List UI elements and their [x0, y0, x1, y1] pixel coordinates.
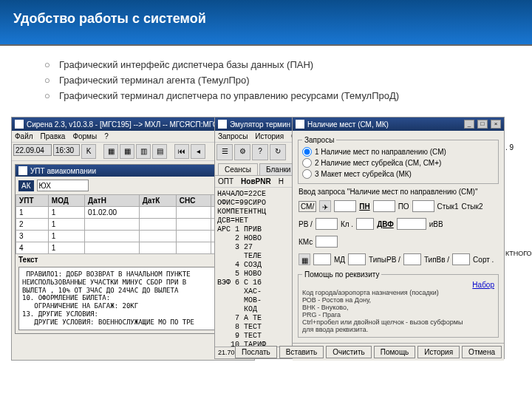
- row-rv: РВ / Кл . ДВФ иВВ: [296, 215, 501, 233]
- bullet-item: Графический интерфейс диспетчера базы да…: [59, 59, 502, 70]
- help-legend: Помощь по реквизиту: [302, 270, 381, 279]
- window-title: Сирена 2.3, v10.3.8 - [МГС195] --> МХЛ -…: [27, 120, 218, 129]
- menu-newpnr[interactable]: НовPNR: [241, 177, 271, 185]
- row-cm: СМ/ ✈ ПН ПО Стык1 Стык2: [296, 197, 501, 215]
- prev-icon[interactable]: ◂: [191, 144, 205, 159]
- col-datn[interactable]: ДатН: [85, 195, 140, 207]
- radio-input[interactable]: [302, 147, 312, 157]
- sort-input[interactable]: [452, 253, 470, 265]
- history-button[interactable]: История: [417, 346, 460, 358]
- kms-label: КМс: [299, 238, 313, 246]
- form-icon: [18, 166, 27, 175]
- tipyrv-input[interactable]: [348, 253, 366, 265]
- menu-history[interactable]: История: [255, 132, 284, 140]
- send-button[interactable]: Послать: [235, 346, 277, 358]
- kl-input[interactable]: [356, 218, 374, 230]
- row-kms: КМс: [296, 233, 501, 250]
- slide-title: Удобство работы с системой: [13, 11, 519, 27]
- rules-textbox[interactable]: ПРАВИЛО1: ДОБР ВОЗВРАТ В НАЧАЛЬНОМ ПУНКТ…: [18, 267, 248, 330]
- toolbar-icon[interactable]: ?: [252, 144, 268, 160]
- status-time: 21.70: [218, 349, 235, 356]
- ak-input[interactable]: [37, 180, 89, 191]
- radio-sm[interactable]: 1 Наличие мест по направлению (СМ): [302, 146, 494, 157]
- toolbar-icon[interactable]: ▥: [136, 144, 151, 159]
- queries-group: Запросы 1 Наличие мест по направлению (С…: [298, 136, 499, 184]
- ivv-label: иВВ: [429, 220, 443, 228]
- menu-file[interactable]: Файл: [15, 132, 33, 140]
- sort-label: Сорт .: [473, 256, 494, 264]
- workspace: Сирена 2.3, v10.3.8 - [МГС195] --> МХЛ -…: [0, 117, 532, 390]
- kms-input[interactable]: [316, 236, 338, 248]
- pn-label: ПН: [359, 202, 369, 211]
- col-sns[interactable]: СНС: [176, 195, 211, 207]
- po-input[interactable]: [373, 200, 395, 212]
- subwindow-title: УПТ авиакомпании: [30, 167, 96, 175]
- md-input[interactable]: [313, 253, 331, 265]
- bg-fragment: . 9: [505, 143, 514, 151]
- nabor-link[interactable]: Набор: [472, 281, 494, 289]
- styk1-input[interactable]: [412, 200, 434, 212]
- toolbar-icon[interactable]: ▤: [152, 144, 167, 159]
- menu-edit[interactable]: Правка: [41, 132, 66, 140]
- close-button[interactable]: ×: [491, 120, 501, 129]
- styk1-label: Стык1: [437, 202, 459, 211]
- window-availability: Наличие мест (СМ, МК) _ □ × Запросы 1 На…: [292, 117, 505, 359]
- first-icon[interactable]: ⏮: [174, 144, 189, 159]
- maximize-button[interactable]: □: [477, 120, 488, 129]
- toolbar-icon[interactable]: ☰: [216, 144, 233, 160]
- plane-icon[interactable]: ✈: [319, 200, 331, 212]
- rv-input[interactable]: [316, 218, 338, 230]
- titlebar-availability[interactable]: Наличие мест (СМ, МК) _ □ ×: [293, 117, 504, 131]
- menu-help[interactable]: ?: [104, 132, 109, 140]
- col-upt[interactable]: УПТ: [16, 195, 49, 207]
- window-title: Эмулятор термин: [230, 120, 290, 129]
- col-mod[interactable]: МОД: [48, 195, 84, 207]
- menu-opt[interactable]: ОПТ: [218, 177, 233, 185]
- bullet-item: Графический терминал диспетчера по управ…: [59, 90, 502, 101]
- bullet-item: Графический терминал агента (ТемулПро): [59, 75, 502, 86]
- text-label: Текст: [18, 256, 248, 264]
- radio-sm-plus[interactable]: 2 Наличие мест субрейса (СМ, СМ+): [302, 157, 494, 168]
- toolbar-icon[interactable]: ⚙: [234, 144, 250, 160]
- toolbar-icon[interactable]: ↻: [270, 144, 286, 160]
- kl-label: Кл .: [341, 220, 353, 228]
- radio-input[interactable]: [302, 169, 312, 179]
- cm-prefix: СМ/: [299, 201, 316, 212]
- pn-input[interactable]: [334, 200, 356, 212]
- help-text: Код города/аэропорта назначения (посадки…: [302, 289, 494, 333]
- toolbar-icon[interactable]: ▦: [120, 144, 134, 159]
- date-field[interactable]: [13, 144, 52, 156]
- toolbar-icon[interactable]: ▦: [103, 144, 118, 159]
- calendar-icon[interactable]: ▦: [299, 253, 310, 265]
- app-icon: [296, 120, 304, 129]
- app-icon: [15, 120, 24, 129]
- tipvv-input[interactable]: [403, 253, 421, 265]
- clear-button[interactable]: Очистить: [326, 346, 372, 358]
- styk2-label: Стык2: [462, 202, 483, 211]
- ak-label: АК: [18, 180, 34, 191]
- minimize-button[interactable]: _: [464, 120, 474, 129]
- key-icon[interactable]: K: [81, 144, 96, 159]
- menu-forms[interactable]: Формы: [72, 132, 97, 140]
- dvf-label: ДВФ: [377, 220, 394, 228]
- queries-legend: Запросы: [302, 136, 336, 144]
- help-button[interactable]: Помощь: [374, 346, 416, 358]
- insert-button[interactable]: Вставить: [279, 346, 324, 358]
- menu-queries[interactable]: Запросы: [218, 132, 248, 140]
- rv-label: РВ /: [299, 220, 313, 228]
- tab-sessions[interactable]: Сеансы: [218, 163, 258, 175]
- help-group: Помощь по реквизиту Набор Код города/аэр…: [298, 270, 499, 338]
- time-field[interactable]: [53, 144, 80, 156]
- dvf-input[interactable]: [397, 218, 426, 230]
- app-icon: [218, 120, 227, 129]
- radio-mk[interactable]: 3 Макет мест субрейса (МК): [302, 168, 494, 180]
- bg-fragment: КТНОГО: [505, 250, 532, 257]
- radio-input[interactable]: [302, 158, 312, 168]
- window-title: Наличие мест (СМ, МК): [307, 120, 389, 129]
- col-datk[interactable]: ДатК: [139, 195, 176, 207]
- tipvv-label: ТипВв /: [424, 256, 449, 264]
- cancel-button[interactable]: Отмена: [462, 346, 502, 358]
- slide-header: Удобство работы с системой: [0, 0, 532, 44]
- menu-n[interactable]: Н: [279, 177, 284, 185]
- tipyrv-label: ТипыРВ /: [369, 256, 400, 264]
